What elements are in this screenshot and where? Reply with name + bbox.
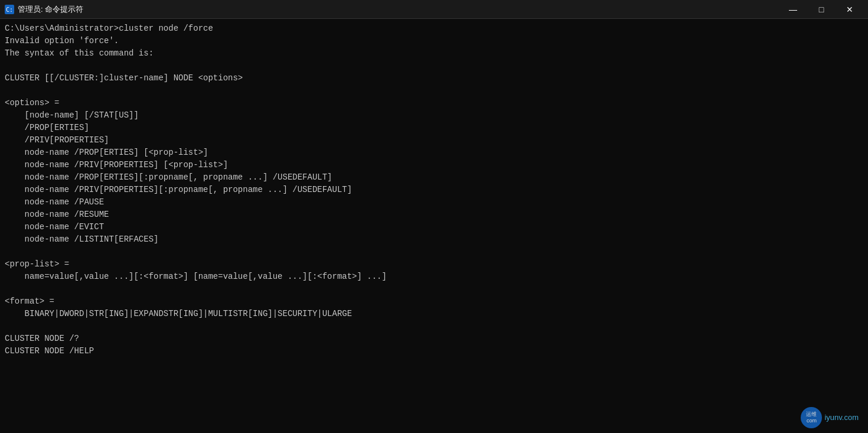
title-bar: C: 管理员: 命令提示符 — □ ✕ [0,0,868,19]
maximize-button[interactable]: □ [808,0,835,19]
minimize-button[interactable]: — [779,0,807,19]
svg-text:C:: C: [6,6,13,13]
terminal-body: C:\Users\Administrator>cluster node /for… [0,19,868,433]
watermark-circle-text: 运维com [806,411,817,424]
watermark-site: iyunv.com [824,412,859,423]
watermark: 运维com iyunv.com [801,407,859,428]
window-title: 管理员: 命令提示符 [18,4,83,15]
terminal-output: C:\Users\Administrator>cluster node /for… [5,22,863,357]
terminal-icon: C: [5,5,14,14]
watermark-circle: 运维com [801,407,822,428]
close-button[interactable]: ✕ [836,0,863,19]
